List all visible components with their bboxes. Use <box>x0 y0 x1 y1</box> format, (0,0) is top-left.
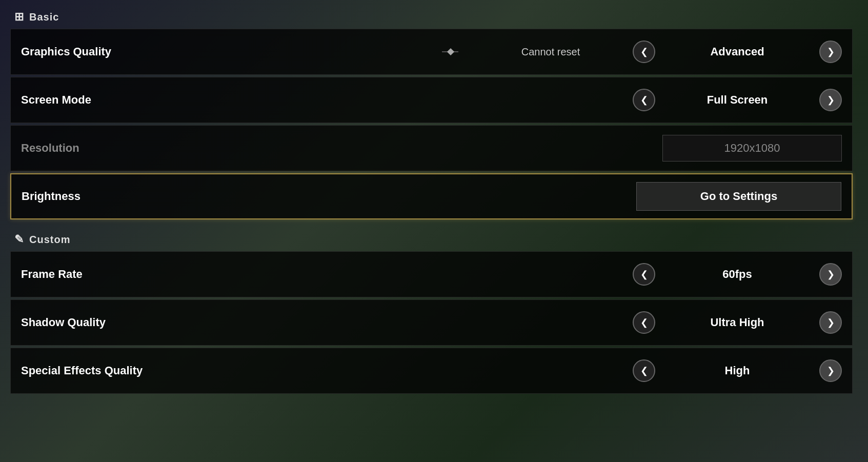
graphics-quality-control: Cannot reset ❮ Advanced ❯ <box>432 41 842 63</box>
special-effects-prev-button[interactable]: ❮ <box>633 359 655 382</box>
brightness-row: Brightness Go to Settings <box>10 173 853 219</box>
brightness-label: Brightness <box>22 190 636 203</box>
frame-rate-prev-button[interactable]: ❮ <box>633 263 655 286</box>
shadow-quality-label: Shadow Quality <box>21 316 633 329</box>
shadow-quality-value: Ultra High <box>655 316 819 329</box>
special-effects-value: High <box>655 364 819 377</box>
frame-rate-next-button[interactable]: ❯ <box>819 263 842 286</box>
special-effects-row: Special Effects Quality ❮ High ❯ <box>10 348 853 394</box>
special-effects-label: Special Effects Quality <box>21 364 633 377</box>
basic-section-header: ⊞ Basic <box>10 5 853 29</box>
screen-mode-label: Screen Mode <box>21 93 633 107</box>
screen-mode-prev-button[interactable]: ❮ <box>633 89 655 111</box>
cannot-reset-text: Cannot reset <box>469 46 633 58</box>
brightness-control: Go to Settings <box>636 182 841 211</box>
special-effects-next-button[interactable]: ❯ <box>819 359 842 382</box>
shadow-quality-row: Shadow Quality ❮ Ultra High ❯ <box>10 299 853 346</box>
graphics-slider-area <box>442 51 459 52</box>
frame-rate-label: Frame Rate <box>21 268 633 281</box>
shadow-quality-prev-button[interactable]: ❮ <box>633 311 655 334</box>
settings-container: ⊞ Basic Graphics Quality Cannot reset ❮ … <box>0 0 868 462</box>
graphics-quality-row: Graphics Quality Cannot reset ❮ Advanced… <box>10 29 853 75</box>
slider-line <box>442 51 459 52</box>
custom-section-header: ✎ Custom <box>10 228 853 251</box>
resolution-control: 1920x1080 <box>662 135 842 162</box>
frame-rate-value: 60fps <box>655 268 819 281</box>
custom-label: Custom <box>29 234 70 246</box>
screen-mode-control: ❮ Full Screen ❯ <box>633 89 842 111</box>
special-effects-control: ❮ High ❯ <box>633 359 842 382</box>
graphics-quality-value: Advanced <box>655 45 819 58</box>
slider-thumb <box>447 48 454 55</box>
screen-mode-value: Full Screen <box>655 93 819 107</box>
shadow-quality-next-button[interactable]: ❯ <box>819 311 842 334</box>
custom-icon: ✎ <box>14 233 24 246</box>
frame-rate-row: Frame Rate ❮ 60fps ❯ <box>10 251 853 297</box>
resolution-label: Resolution <box>21 142 662 155</box>
screen-mode-row: Screen Mode ❮ Full Screen ❯ <box>10 77 853 123</box>
goto-settings-button[interactable]: Go to Settings <box>636 182 841 211</box>
graphics-quality-label: Graphics Quality <box>21 45 432 58</box>
resolution-value: 1920x1080 <box>662 135 842 162</box>
resolution-row: Resolution 1920x1080 <box>10 125 853 171</box>
shadow-quality-control: ❮ Ultra High ❯ <box>633 311 842 334</box>
basic-label: Basic <box>29 11 59 23</box>
graphics-quality-prev-button[interactable]: ❮ <box>633 41 655 63</box>
frame-rate-control: ❮ 60fps ❯ <box>633 263 842 286</box>
basic-icon: ⊞ <box>14 10 24 24</box>
screen-mode-next-button[interactable]: ❯ <box>819 89 842 111</box>
graphics-quality-next-button[interactable]: ❯ <box>819 41 842 63</box>
section-gap <box>10 222 853 226</box>
